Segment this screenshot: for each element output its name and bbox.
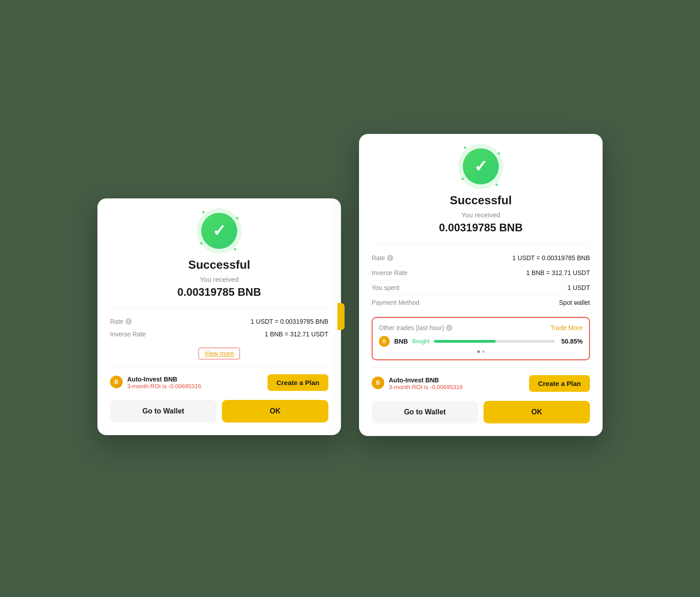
success-icon-container-right: ✓ ✦ ✦ ✦ ✦	[372, 148, 590, 184]
auto-invest-text-right: Auto-Invest BNB 3-month ROI is -0.006953…	[389, 377, 463, 390]
other-trades-header: Other trades (last hour) i Trade More	[379, 324, 583, 331]
other-trades-section: Other trades (last hour) i Trade More B …	[372, 317, 590, 360]
sparkle-icon: ✦	[494, 182, 499, 188]
payment-method-value: Spot wallet	[559, 299, 590, 306]
other-trades-title: Other trades (last hour) i	[379, 324, 452, 331]
bnb-auto-invest-icon: B	[110, 376, 123, 388]
other-trades-info-icon: i	[446, 325, 452, 331]
create-plan-button[interactable]: Create a Plan	[267, 374, 328, 391]
auto-invest-left: B Auto-Invest BNB 3-month ROI is -0.0069…	[110, 376, 201, 390]
right-dialog: ✓ ✦ ✦ ✦ ✦ Successful You received 0.0031…	[359, 134, 603, 436]
rate-row: Rate i 1 USDT = 0.00319785 BNB	[110, 315, 328, 328]
auto-invest-roi: 3-month ROI is -0.00695316	[127, 383, 201, 390]
rate-section-right: Rate i 1 USDT = 0.00319785 BNB Inverse R…	[372, 243, 590, 310]
go-to-wallet-button-right[interactable]: Go to Wallet	[372, 401, 478, 423]
bnb-trade-icon: B	[379, 336, 390, 347]
rate-value: 1 USDT = 0.00319785 BNB	[251, 318, 328, 325]
auto-invest-section: B Auto-Invest BNB 3-month ROI is -0.0069…	[110, 367, 328, 398]
sparkle-icon: ✦	[235, 215, 239, 221]
info-icon: i	[125, 318, 132, 325]
dialog-subtitle-right: You received	[372, 211, 590, 219]
success-circle: ✓	[201, 213, 237, 249]
inverse-rate-row-right: Inverse Rate 1 BNB = 312.71 USDT	[372, 266, 590, 280]
info-icon-right: i	[387, 255, 393, 261]
trade-progress-fill	[434, 340, 495, 343]
ok-button-right[interactable]: OK	[484, 401, 590, 423]
sparkle-icon: ✦	[461, 176, 465, 182]
dialog-amount: 0.00319785 BNB	[110, 286, 328, 298]
sparkle-icon: ✦	[199, 240, 203, 247]
dialogs-container: ✓ ✦ ✦ ✦ ✦ Successful You received 0.0031…	[97, 161, 603, 436]
bottom-buttons: Go to Wallet OK	[110, 400, 328, 422]
trade-progress-bar	[434, 340, 555, 343]
dot	[482, 350, 485, 353]
dialog-title: Successful	[110, 258, 328, 272]
inverse-rate-value: 1 BNB = 312.71 USDT	[265, 331, 328, 338]
dot-active	[477, 350, 480, 353]
inverse-rate-row: Inverse Rate 1 BNB = 312.71 USDT	[110, 328, 328, 340]
success-icon-container: ✓ ✦ ✦ ✦ ✦	[110, 213, 328, 249]
left-dialog: ✓ ✦ ✦ ✦ ✦ Successful You received 0.0031…	[97, 198, 341, 435]
sparkle-icon: ✦	[233, 246, 237, 253]
auto-invest-left-right: B Auto-Invest BNB 3-month ROI is -0.0069…	[372, 377, 463, 390]
bottom-buttons-right: Go to Wallet OK	[372, 401, 590, 423]
create-plan-button-right[interactable]: Create a Plan	[529, 375, 590, 392]
payment-method-row: Payment Method Spot wallet	[372, 295, 590, 310]
bnb-auto-invest-icon-right: B	[372, 377, 384, 389]
auto-invest-text: Auto-Invest BNB 3-month ROI is -0.006953…	[127, 376, 201, 390]
sparkle-icon: ✦	[463, 145, 467, 151]
rate-section: Rate i 1 USDT = 0.00319785 BNB Inverse R…	[110, 308, 328, 340]
view-more-container: View more	[110, 348, 328, 359]
you-spent-value: 1 USDT	[567, 284, 590, 291]
auto-invest-title: Auto-Invest BNB	[127, 376, 201, 383]
rate-row-right: Rate i 1 USDT = 0.00319785 BNB	[372, 251, 590, 266]
dialog-amount-right: 0.00319785 BNB	[372, 221, 590, 234]
go-to-wallet-button[interactable]: Go to Wallet	[110, 400, 216, 422]
payment-method-label: Payment Method	[372, 299, 419, 306]
sparkle-icon: ✦	[201, 209, 206, 216]
inverse-rate-value-right: 1 BNB = 312.71 USDT	[526, 269, 590, 276]
ok-button[interactable]: OK	[222, 400, 328, 422]
you-spent-row: You spent 1 USDT	[372, 280, 590, 295]
yellow-tab	[337, 303, 345, 330]
trade-coin-label: BNB	[394, 338, 408, 345]
view-more-link[interactable]: View more	[198, 348, 240, 359]
inverse-rate-label: Inverse Rate	[110, 331, 146, 338]
auto-invest-title-right: Auto-Invest BNB	[389, 377, 463, 384]
success-circle-right: ✓	[463, 148, 499, 184]
you-spent-label: You spent	[372, 284, 400, 291]
sparkle-icon: ✦	[497, 151, 501, 157]
checkmark-icon-right: ✓	[474, 157, 488, 176]
inverse-rate-label-right: Inverse Rate	[372, 269, 407, 276]
trade-dots	[379, 350, 583, 353]
trade-action-badge: Bought	[412, 338, 429, 344]
checkmark-icon: ✓	[212, 221, 226, 240]
trade-row: B BNB Bought 50.85%	[379, 336, 583, 347]
rate-value-right: 1 USDT = 0.00319785 BNB	[512, 254, 590, 262]
trade-more-link[interactable]: Trade More	[550, 324, 583, 331]
rate-label-right: Rate i	[372, 254, 393, 262]
trade-percent: 50.85%	[559, 338, 583, 345]
dialog-subtitle: You received	[110, 276, 328, 283]
auto-invest-section-right: B Auto-Invest BNB 3-month ROI is -0.0069…	[372, 367, 590, 399]
dialog-title-right: Successful	[372, 193, 590, 207]
rate-label: Rate i	[110, 318, 132, 325]
auto-invest-roi-right: 3-month ROI is -0.00695316	[389, 384, 463, 390]
